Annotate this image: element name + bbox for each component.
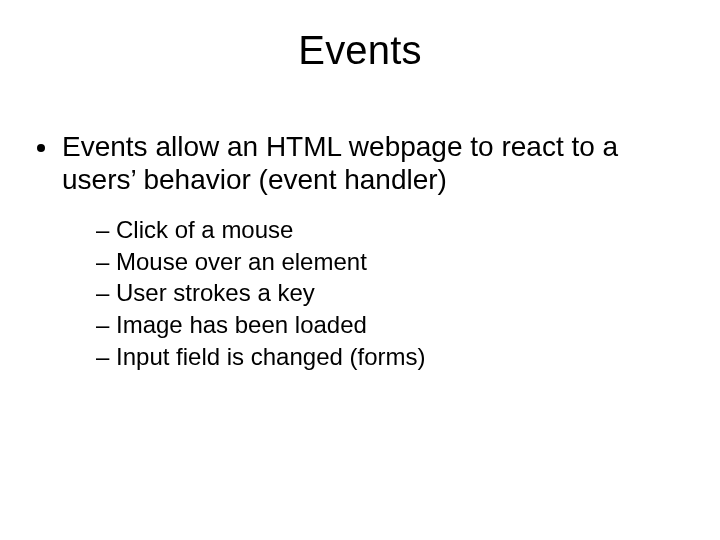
bullet-text: Image has been loaded bbox=[116, 311, 367, 338]
list-item: Input field is changed (forms) bbox=[96, 341, 682, 373]
bullet-list-level1: Events allow an HTML webpage to react to… bbox=[38, 130, 682, 372]
bullet-list-level2: Click of a mouse Mouse over an element U… bbox=[62, 214, 682, 372]
bullet-text: Mouse over an element bbox=[116, 248, 367, 275]
list-item: User strokes a key bbox=[96, 277, 682, 309]
list-item: Click of a mouse bbox=[96, 214, 682, 246]
slide-body: Events allow an HTML webpage to react to… bbox=[38, 130, 682, 396]
bullet-text: Events allow an HTML webpage to react to… bbox=[62, 131, 618, 195]
slide-title: Events bbox=[0, 28, 720, 73]
list-item: Mouse over an element bbox=[96, 246, 682, 278]
bullet-text: User strokes a key bbox=[116, 279, 315, 306]
list-item: Image has been loaded bbox=[96, 309, 682, 341]
slide: Events Events allow an HTML webpage to r… bbox=[0, 0, 720, 540]
list-item: Events allow an HTML webpage to react to… bbox=[60, 130, 682, 372]
bullet-text: Click of a mouse bbox=[116, 216, 293, 243]
bullet-text: Input field is changed (forms) bbox=[116, 343, 425, 370]
